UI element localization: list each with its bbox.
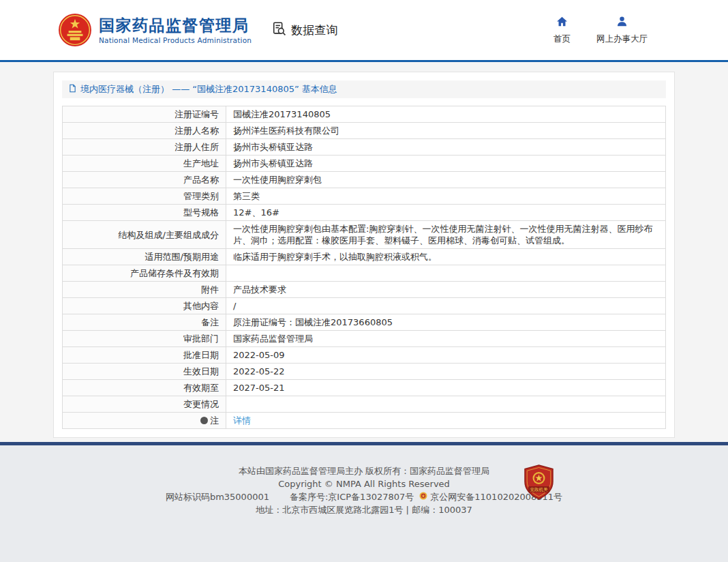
row-label: 结构及组成/主要组成成分 <box>63 221 226 249</box>
row-label: 产品储存条件及有效期 <box>63 265 226 282</box>
row-value: 扬州洋生医药科技有限公司 <box>226 123 666 139</box>
row-value: 一次性使用胸腔穿刺包由基本配置:胸腔穿刺针、一次性使用无菌注射针、一次性使用无菌… <box>226 221 666 249</box>
svg-text:党政机关: 党政机关 <box>530 487 549 492</box>
row-value: 一次性使用胸腔穿刺包 <box>226 172 666 188</box>
row-label: 生效日期 <box>63 364 226 380</box>
detail-link[interactable]: 详情 <box>233 415 251 426</box>
data-query-icon <box>272 21 287 39</box>
row-value: 扬州市头桥镇亚达路 <box>226 156 666 172</box>
detail-card: 境内医疗器械（注册） —— “国械注准20173140805” 基本信息 注册证… <box>53 72 675 438</box>
table-row: 备注原注册证编号：国械注准20173660805 <box>63 314 666 331</box>
footer-host-line: 本站由国家药品监督管理局主办 版权所有：国家药品监督管理局 <box>0 464 728 477</box>
table-row-note: 注 详情 <box>63 413 666 429</box>
person-icon <box>616 16 628 30</box>
footer-address-line: 地址：北京市西城区展览路北露园1号 | 邮编：100037 <box>0 503 728 516</box>
row-value: 临床适用于胸腔穿刺手术，以抽取胸腔积液或积气。 <box>226 249 666 265</box>
row-value: / <box>226 298 666 314</box>
row-label: 备注 <box>63 314 226 331</box>
nav-home-label: 首页 <box>553 33 571 45</box>
table-row: 适用范围/预期用途临床适用于胸腔穿刺手术，以抽取胸腔积液或积气。 <box>63 249 666 265</box>
row-value: 第三类 <box>226 188 666 205</box>
home-icon <box>556 16 568 30</box>
table-row: 注册证编号国械注准20173140805 <box>63 106 666 123</box>
row-label: 注册人住所 <box>63 139 226 156</box>
row-value: 国家药品监督管理局 <box>226 331 666 347</box>
table-row: 其他内容/ <box>63 298 666 314</box>
icp-number: 备案序号:京ICP备13027807号 <box>290 490 414 503</box>
data-query-label: 数据查询 <box>291 23 337 38</box>
note-row-label: 注 <box>63 413 226 429</box>
row-value: 2022-05-09 <box>226 347 666 364</box>
org-name-cn: 国家药品监督管理局 <box>99 16 252 34</box>
row-label: 注册人名称 <box>63 123 226 139</box>
breadcrumb-title: 境内医疗器械（注册） —— “国械注准20173140805” 基本信息 <box>80 83 337 95</box>
table-row: 生效日期2022-05-22 <box>63 364 666 380</box>
row-label: 其他内容 <box>63 298 226 314</box>
table-row: 注册人名称扬州洋生医药科技有限公司 <box>63 123 666 139</box>
table-row: 批准日期2022-05-09 <box>63 347 666 364</box>
nav-service-hall-label: 网上办事大厅 <box>596 33 648 45</box>
table-row: 附件产品技术要求 <box>63 282 666 298</box>
table-row: 有效期至2027-05-21 <box>63 380 666 396</box>
police-badge-icon <box>419 490 427 503</box>
row-value: 扬州市头桥镇亚达路 <box>226 139 666 156</box>
table-row: 结构及组成/主要组成成分一次性使用胸腔穿刺包由基本配置:胸腔穿刺针、一次性使用无… <box>63 221 666 249</box>
row-label: 生产地址 <box>63 156 226 172</box>
nav-service-hall[interactable]: 网上办事大厅 <box>596 16 648 45</box>
site-code: 网站标识码bm35000001 <box>166 490 269 503</box>
row-label: 产品名称 <box>63 172 226 188</box>
row-value: 产品技术要求 <box>226 282 666 298</box>
government-agency-badge[interactable]: 党政机关 <box>524 464 554 500</box>
row-label: 注册证编号 <box>63 106 226 123</box>
note-icon <box>200 417 208 424</box>
table-row: 生产地址扬州市头桥镇亚达路 <box>63 156 666 172</box>
detail-table: 注册证编号国械注准20173140805 注册人名称扬州洋生医药科技有限公司 注… <box>62 106 666 429</box>
row-label: 有效期至 <box>63 380 226 396</box>
document-icon <box>68 84 77 95</box>
row-value: 2022-05-22 <box>226 364 666 380</box>
row-label: 审批部门 <box>63 331 226 347</box>
row-value <box>226 396 666 413</box>
row-label: 管理类别 <box>63 188 226 205</box>
row-label: 型号规格 <box>63 205 226 221</box>
row-label: 变更情况 <box>63 396 226 413</box>
table-row: 型号规格12#、16# <box>63 205 666 221</box>
footer-copyright-line: Copyright © NMPA All Rights Reserved <box>0 477 728 490</box>
table-row: 管理类别第三类 <box>63 188 666 205</box>
footer-beian-line: 网站标识码bm35000001 备案序号:京ICP备13027807号 京公网安… <box>0 490 728 503</box>
nmpa-emblem-logo <box>58 13 92 47</box>
row-value: 原注册证编号：国械注准20173660805 <box>226 314 666 331</box>
row-label: 适用范围/预期用途 <box>63 249 226 265</box>
table-row: 产品名称一次性使用胸腔穿刺包 <box>63 172 666 188</box>
row-label: 附件 <box>63 282 226 298</box>
row-value: 2027-05-21 <box>226 380 666 396</box>
nav-home[interactable]: 首页 <box>553 16 571 45</box>
breadcrumb: 境内医疗器械（注册） —— “国械注准20173140805” 基本信息 <box>62 80 666 98</box>
site-footer: 本站由国家药品监督管理局主办 版权所有：国家药品监督管理局 Copyright … <box>0 442 728 562</box>
row-value: 国械注准20173140805 <box>226 106 666 123</box>
site-header: 国家药品监督管理局 National Medical Products Admi… <box>0 0 728 60</box>
table-row: 变更情况 <box>63 396 666 413</box>
nav-data-query[interactable]: 数据查询 <box>272 21 337 39</box>
row-label: 批准日期 <box>63 347 226 364</box>
org-name-en: National Medical Products Administration <box>99 36 252 44</box>
note-row-value: 详情 <box>226 413 666 429</box>
row-value <box>226 265 666 282</box>
org-names: 国家药品监督管理局 National Medical Products Admi… <box>99 16 252 44</box>
table-row: 注册人住所扬州市头桥镇亚达路 <box>63 139 666 156</box>
main-area: 境内医疗器械（注册） —— “国械注准20173140805” 基本信息 注册证… <box>0 62 728 442</box>
table-row: 审批部门国家药品监督管理局 <box>63 331 666 347</box>
table-row: 产品储存条件及有效期 <box>63 265 666 282</box>
top-nav: 首页 网上办事大厅 <box>553 16 648 45</box>
row-value: 12#、16# <box>226 205 666 221</box>
